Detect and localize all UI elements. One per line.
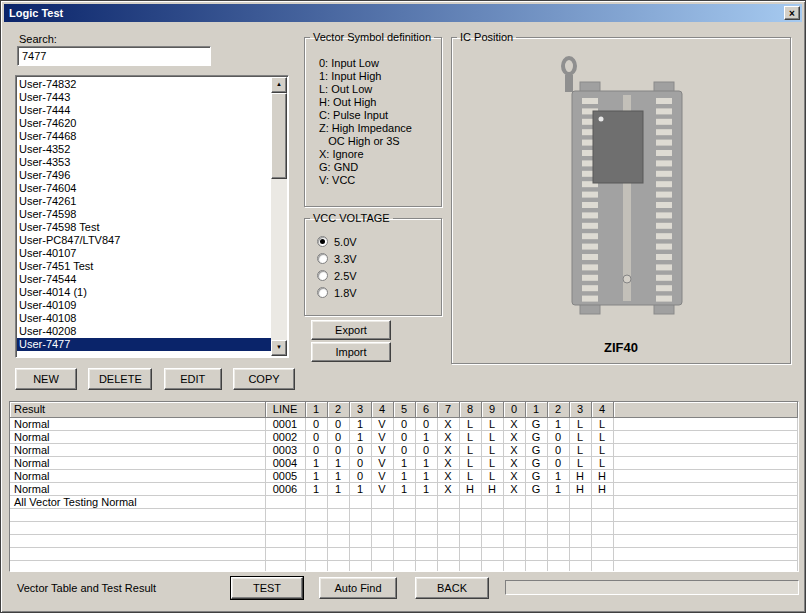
pin-cell: H xyxy=(459,482,481,495)
table-row: All Vector Testing Normal xyxy=(10,495,798,508)
pin-cell: 0 xyxy=(349,469,371,482)
column-header: 5 xyxy=(393,402,415,417)
column-header: 3 xyxy=(569,402,591,417)
list-item[interactable]: User-4352 xyxy=(17,143,271,156)
pin-cell xyxy=(481,547,503,560)
result-cell xyxy=(10,508,265,521)
result-cell: All Vector Testing Normal xyxy=(10,495,265,508)
pin-cell xyxy=(569,508,591,521)
pin-cell xyxy=(327,521,349,534)
list-item[interactable]: User-74261 xyxy=(17,195,271,208)
list-item[interactable]: User-40107 xyxy=(17,247,271,260)
list-item[interactable]: User-7496 xyxy=(17,169,271,182)
list-item[interactable]: User-7443 xyxy=(17,91,271,104)
scroll-up-button[interactable]: ▲ xyxy=(271,77,287,93)
result-cell: Normal xyxy=(10,469,265,482)
pin-cell: 0 xyxy=(349,456,371,469)
table-row[interactable]: Normal0001001V00XLLXG1LL xyxy=(10,417,798,430)
pin-cell: 1 xyxy=(415,430,437,443)
table-row[interactable]: Normal0002001V01XLLXG0LL xyxy=(10,430,798,443)
list-item[interactable]: User-40109 xyxy=(17,299,271,312)
pin-cell: V xyxy=(371,443,393,456)
scrollbar-thumb[interactable] xyxy=(271,93,287,179)
pin-cell xyxy=(525,547,547,560)
back-button[interactable]: BACK xyxy=(415,577,489,599)
list-item[interactable]: User-7444 xyxy=(17,104,271,117)
export-button[interactable]: Export xyxy=(311,320,391,340)
pin-cell xyxy=(415,560,437,572)
result-cell: Normal xyxy=(10,430,265,443)
radio-icon[interactable] xyxy=(317,253,328,264)
search-input[interactable] xyxy=(17,46,211,66)
socket-screw-hole xyxy=(623,275,631,283)
pin-cell xyxy=(327,547,349,560)
vcc-option-label: 5.0V xyxy=(334,236,357,248)
vector-symbol-line: 0: Input Low xyxy=(319,57,441,70)
radio-icon[interactable] xyxy=(317,236,328,247)
pin-cell: 1 xyxy=(327,469,349,482)
vcc-option-5.0V[interactable]: 5.0V xyxy=(317,233,441,250)
list-item[interactable]: User-40208 xyxy=(17,325,271,338)
pin-cell xyxy=(569,560,591,572)
auto-find-button[interactable]: Auto Find xyxy=(319,577,397,599)
list-item[interactable]: User-74468 xyxy=(17,130,271,143)
list-item[interactable]: User-40108 xyxy=(17,312,271,325)
pin-cell: 1 xyxy=(393,456,415,469)
column-header: 2 xyxy=(547,402,569,417)
pin-cell xyxy=(569,495,591,508)
table-row[interactable]: Normal0003000V00XLLXG0LL xyxy=(10,443,798,456)
list-item[interactable]: User-74544 xyxy=(17,273,271,286)
pin-cell: X xyxy=(503,417,525,430)
pin-cell: 0 xyxy=(393,443,415,456)
radio-icon[interactable] xyxy=(317,287,328,298)
list-item[interactable]: User-74598 Test xyxy=(17,221,271,234)
list-item[interactable]: User-4014 (1) xyxy=(17,286,271,299)
pin-cell xyxy=(459,495,481,508)
pin-cell xyxy=(503,508,525,521)
pin-cell xyxy=(393,560,415,572)
list-item[interactable]: User-PC847/LTV847 xyxy=(17,234,271,247)
pin-cell xyxy=(569,521,591,534)
pin-cell: 1 xyxy=(415,482,437,495)
list-item[interactable]: User-74604 xyxy=(17,182,271,195)
close-button[interactable]: × xyxy=(784,6,800,20)
edit-button[interactable]: EDIT xyxy=(164,368,222,390)
pin-cell: 1 xyxy=(393,482,415,495)
list-item[interactable]: User-7451 Test xyxy=(17,260,271,273)
table-row[interactable]: Normal0005110V11XLLXG1HH xyxy=(10,469,798,482)
delete-button[interactable]: DELETE xyxy=(88,368,152,390)
pin-cell xyxy=(305,508,327,521)
pin-cell xyxy=(371,547,393,560)
pin-cell: L xyxy=(569,430,591,443)
pin-cell xyxy=(437,521,459,534)
vcc-option-2.5V[interactable]: 2.5V xyxy=(317,267,441,284)
vector-symbol-line: V: VCC xyxy=(319,174,441,187)
vcc-option-1.8V[interactable]: 1.8V xyxy=(317,284,441,301)
table-row[interactable]: Normal0004110V11XLLXG0LL xyxy=(10,456,798,469)
vcc-option-3.3V[interactable]: 3.3V xyxy=(317,250,441,267)
vcc-voltage-group: VCC VOLTAGE 5.0V3.3V2.5V1.8V xyxy=(304,212,442,316)
line-cell: 0006 xyxy=(265,482,305,495)
ic-position-group: IC Position ZIF40 xyxy=(451,31,791,364)
list-item[interactable]: User-74832 xyxy=(17,78,271,91)
new-button[interactable]: NEW xyxy=(15,368,77,390)
list-item[interactable]: User-4353 xyxy=(17,156,271,169)
pin-cell xyxy=(547,534,569,547)
list-item[interactable]: User-74598 xyxy=(17,208,271,221)
pin-cell: X xyxy=(503,430,525,443)
table-row[interactable]: Normal0006111V11XHHXG1HH xyxy=(10,482,798,495)
scroll-down-button[interactable]: ▼ xyxy=(271,340,287,356)
pin-cell: 0 xyxy=(393,417,415,430)
pin-cell xyxy=(415,547,437,560)
vector-table: ResultLINE12345678901234Normal0001001V00… xyxy=(10,402,798,572)
pin-cell xyxy=(305,534,327,547)
list-item[interactable]: User-7477 xyxy=(17,338,271,351)
copy-button[interactable]: COPY xyxy=(233,368,295,390)
list-item[interactable]: User-74620 xyxy=(17,117,271,130)
test-button[interactable]: TEST xyxy=(231,577,303,599)
radio-icon[interactable] xyxy=(317,270,328,281)
pin-cell: L xyxy=(591,417,613,430)
import-button[interactable]: Import xyxy=(311,342,391,362)
pin-cell xyxy=(437,508,459,521)
listbox-scrollbar[interactable]: ▲ ▼ xyxy=(271,77,287,356)
